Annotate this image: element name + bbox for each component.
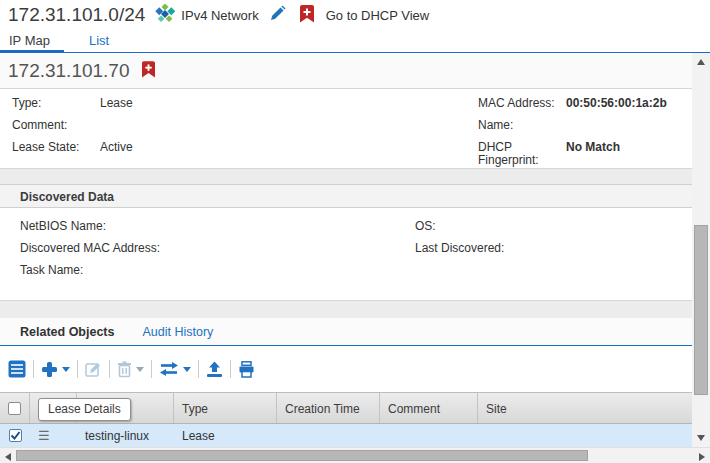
tab-list[interactable]: List [80, 30, 123, 53]
main-tab-bar: IP Map List [0, 30, 710, 53]
divider [0, 301, 692, 318]
app-window: 172.31.101.0/24 IPv4 Network [0, 0, 710, 463]
ip-address-title: 172.31.101.70 [8, 60, 130, 82]
row-menu-icon[interactable]: ☰ [30, 428, 77, 443]
print-button[interactable] [238, 361, 255, 378]
field-label: Name: [478, 119, 566, 132]
field-label: MAC Address: [478, 97, 566, 110]
scroll-down-icon[interactable] [697, 435, 705, 441]
field-label: DHCP Fingerprint: [478, 141, 566, 167]
delete-button[interactable] [117, 361, 144, 378]
header-cell-creation-time[interactable]: Creation Time [277, 393, 380, 423]
header-cell-select [0, 393, 30, 423]
horizontal-scroll-thumb[interactable] [16, 450, 588, 461]
field-label: NetBIOS Name: [20, 220, 180, 233]
scroll-up-icon[interactable] [697, 59, 705, 65]
field-label: Type: [12, 97, 100, 110]
related-tab-bar: Related Objects Audit History [0, 318, 692, 346]
tab-related-objects[interactable]: Related Objects [20, 325, 114, 339]
swap-button[interactable] [159, 361, 191, 377]
row-cell-name: testing-linux [77, 429, 174, 443]
lease-details-tooltip: Lease Details [38, 398, 131, 421]
ipv4-network-icon [155, 4, 175, 27]
bookmark-icon[interactable] [300, 5, 314, 26]
table-view-icon[interactable] [8, 360, 26, 378]
header-cell-site[interactable]: Site [478, 393, 692, 423]
edit-network-icon[interactable] [269, 5, 286, 25]
discovered-data-header: Discovered Data [0, 184, 692, 208]
field-value: Lease [100, 97, 133, 110]
scroll-right-icon[interactable] [699, 453, 705, 461]
toolbar-separator [77, 360, 78, 378]
field-label: Lease State: [12, 141, 100, 154]
scroll-left-icon[interactable] [5, 453, 11, 461]
mac-address-value: 00:50:56:00:1a:2b [566, 97, 667, 110]
vertical-scrollbar[interactable] [692, 53, 710, 447]
go-to-dhcp-view-link[interactable]: Go to DHCP View [326, 8, 430, 23]
vertical-scroll-thumb[interactable] [694, 225, 708, 395]
tab-audit-history[interactable]: Audit History [142, 325, 213, 339]
tab-ip-map[interactable]: IP Map [0, 30, 64, 53]
bookmark-ip-icon[interactable] [142, 61, 155, 81]
network-header: 172.31.101.0/24 IPv4 Network [0, 0, 710, 30]
table-row[interactable]: ☰ testing-linux Lease [0, 424, 692, 447]
dhcp-fingerprint-value: No Match [566, 141, 620, 167]
toolbar-separator [109, 360, 110, 378]
chevron-down-icon[interactable] [62, 367, 70, 372]
lease-details-panel: Type:Lease Comment: Lease State:Active M… [0, 88, 692, 169]
field-label: Task Name: [20, 264, 180, 277]
horizontal-scrollbar[interactable] [0, 447, 710, 463]
chevron-down-icon[interactable] [136, 367, 144, 372]
network-title: 172.31.101.0/24 [8, 4, 145, 26]
header-cell-comment[interactable]: Comment [380, 393, 478, 423]
edit-button[interactable] [85, 361, 102, 378]
toolbar-separator [151, 360, 152, 378]
add-button[interactable] [41, 361, 70, 378]
discovered-data-panel: NetBIOS Name: Discovered MAC Address: Ta… [0, 208, 692, 301]
toolbar-separator [198, 360, 199, 378]
network-type-label: IPv4 Network [181, 8, 258, 23]
header-cell-type[interactable]: Type [174, 393, 277, 423]
row-cell-select [0, 429, 30, 442]
divider [0, 169, 692, 184]
ip-address-header: 172.31.101.70 [0, 54, 692, 88]
toolbar-separator [230, 360, 231, 378]
select-all-checkbox[interactable] [8, 402, 21, 415]
export-button[interactable] [206, 361, 223, 378]
field-label: OS: [415, 220, 575, 233]
toolbar-separator [33, 360, 34, 378]
field-value: Active [100, 141, 133, 154]
related-objects-toolbar [0, 346, 692, 392]
chevron-down-icon[interactable] [183, 367, 191, 372]
field-label: Discovered MAC Address: [20, 242, 180, 255]
field-label: Last Discovered: [415, 242, 575, 255]
row-checkbox[interactable] [9, 429, 22, 442]
row-cell-type: Lease [174, 429, 277, 443]
field-label: Comment: [12, 119, 100, 132]
